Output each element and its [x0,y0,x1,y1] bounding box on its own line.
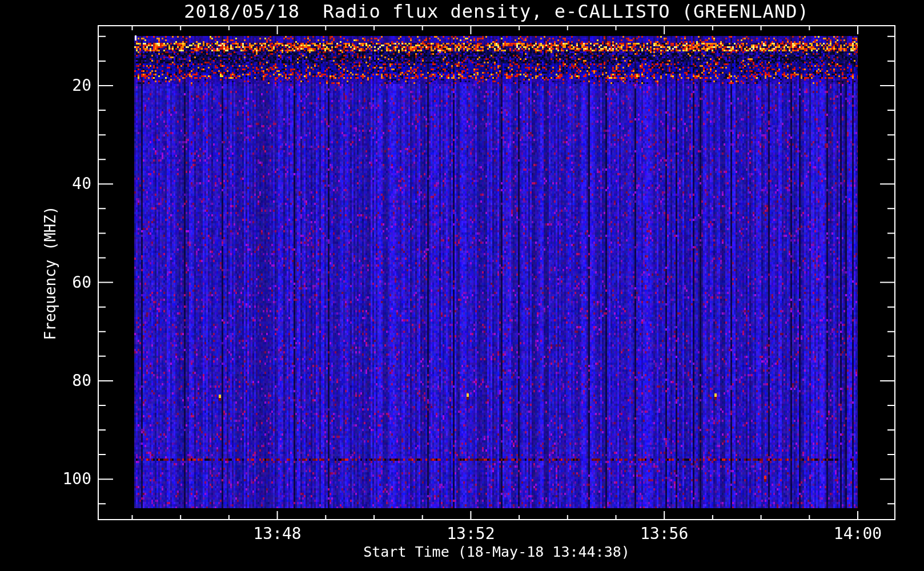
x-tick-label: 13:48 [238,524,318,544]
chart-title: 2018/05/18 Radio flux density, e-CALLIST… [98,0,895,23]
x-tick-label: 14:00 [818,524,898,544]
x-tick-label: 13:56 [624,524,704,544]
x-tick-label: 13:52 [431,524,511,544]
y-tick-label: 100 [23,471,91,488]
radio-spectrogram-page: 2018/05/18 Radio flux density, e-CALLIST… [0,0,924,571]
spectrogram-canvas [0,0,924,571]
y-tick-label: 80 [23,372,91,389]
y-tick-label: 40 [23,175,91,192]
x-axis-title: Start Time (18-May-18 13:44:38) [98,544,895,561]
y-tick-label: 60 [23,274,91,291]
y-tick-label: 20 [23,77,91,94]
